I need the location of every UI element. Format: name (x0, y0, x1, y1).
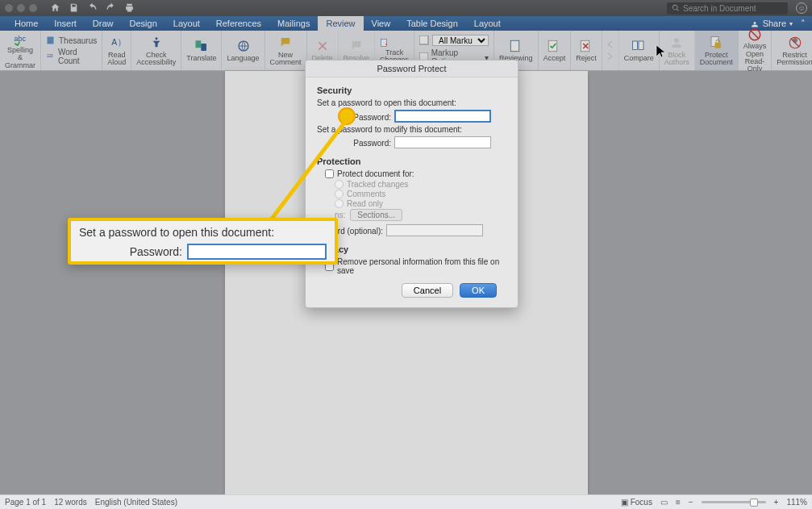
accessibility-icon (148, 35, 164, 51)
search-input[interactable]: Search in Document (667, 2, 788, 15)
ribbon-collapse-icon[interactable]: ˄ (801, 19, 806, 29)
read-aloud-label: Read Aloud (107, 52, 126, 67)
accept-button[interactable]: Accept (539, 31, 572, 70)
protect-document-checkbox[interactable] (325, 169, 334, 178)
page-indicator[interactable]: Page 1 of 1 (5, 498, 46, 507)
tab-references[interactable]: References (208, 16, 269, 31)
callout-password-input[interactable] (187, 244, 327, 260)
protect-document-button[interactable]: Protect Document (695, 31, 739, 70)
reject-button[interactable]: Reject (571, 31, 602, 70)
tab-mailings[interactable]: Mailings (269, 16, 318, 31)
svg-rect-9 (419, 35, 428, 44)
tab-draw[interactable]: Draw (85, 16, 122, 31)
translate-label: Translate (186, 55, 216, 62)
next-change-icon (606, 52, 615, 61)
new-comment-label: New Comment (270, 52, 302, 67)
svg-rect-15 (639, 41, 643, 50)
readonly-radio (335, 199, 344, 208)
view-print-icon[interactable]: ▭ (660, 498, 668, 507)
tab-layout2[interactable]: Layout (466, 16, 509, 31)
chevron-down-icon: ▾ (789, 20, 793, 27)
zoom-in-button[interactable]: + (774, 498, 779, 507)
ribbon-tabs: Home Insert Draw Design Layout Reference… (0, 16, 812, 31)
translate-button[interactable]: Translate (181, 31, 222, 70)
zoom-level[interactable]: 111% (786, 498, 807, 507)
window-controls (5, 4, 37, 12)
modify-password-label: Password: (317, 139, 391, 148)
word-count-indicator[interactable]: 12 words (54, 498, 87, 507)
language-button[interactable]: Language (222, 31, 264, 70)
read-aloud-button[interactable]: A Read Aloud (102, 31, 131, 70)
tab-view[interactable]: View (364, 16, 399, 31)
tracked-changes-radio (335, 180, 344, 189)
focus-mode-button[interactable]: ▣ Focus (621, 498, 652, 507)
tab-design[interactable]: Design (122, 16, 165, 31)
modify-password-prompt: Set a password to modify this document: (317, 125, 506, 134)
delete-icon (314, 38, 331, 54)
protect-document-icon (708, 35, 724, 51)
redo-icon[interactable] (106, 2, 116, 15)
restrict-permission-button[interactable]: Restrict Permission (772, 31, 812, 70)
minimize-dot-icon[interactable] (17, 4, 25, 12)
tab-review[interactable]: Review (318, 16, 363, 31)
sections-button: Sections... (350, 209, 402, 221)
search-icon (672, 4, 680, 12)
new-comment-button[interactable]: New Comment (265, 31, 307, 70)
language-icon (235, 38, 252, 54)
tab-tabledesign[interactable]: Table Design (398, 16, 466, 31)
callout-panel: Set a password to open this document: Pa… (68, 218, 338, 265)
readonly-icon (747, 27, 763, 42)
spelling-grammar-label: Spelling & Grammar (5, 47, 35, 69)
close-dot-icon[interactable] (5, 4, 13, 12)
cancel-button[interactable]: Cancel (402, 283, 453, 298)
nav-changes-group (602, 31, 619, 70)
compare-icon (631, 38, 647, 54)
svg-point-4 (155, 37, 157, 40)
svg-rect-6 (201, 44, 206, 51)
reject-icon (578, 38, 594, 54)
tab-layout[interactable]: Layout (165, 16, 208, 31)
restrict-icon (787, 35, 803, 51)
new-comment-icon (277, 35, 294, 51)
tab-home[interactable]: Home (6, 16, 46, 31)
callout-prompt: Set a password to open this document: (79, 226, 327, 239)
save-icon[interactable] (69, 2, 79, 15)
spelling-grammar-button[interactable]: abc Spelling & Grammar (0, 31, 41, 70)
language-label: Language (227, 55, 259, 62)
language-indicator[interactable]: English (United States) (95, 498, 177, 507)
accessibility-label: Check Accessibility (136, 52, 176, 67)
svg-rect-14 (633, 41, 638, 50)
check-accessibility-button[interactable]: Check Accessibility (131, 31, 181, 70)
protection-heading: Protection (317, 156, 506, 166)
modify-password-input[interactable] (394, 136, 491, 148)
svg-text:123: 123 (47, 54, 53, 58)
open-password-input[interactable] (394, 110, 491, 123)
ok-button[interactable]: OK (460, 283, 497, 298)
svg-rect-12 (549, 41, 558, 52)
callout-marker-icon (338, 107, 356, 125)
feedback-icon[interactable]: ☺ (796, 2, 807, 14)
trackchanges-icon (380, 38, 389, 48)
undo-icon[interactable] (87, 2, 98, 15)
svg-rect-11 (510, 41, 519, 52)
markup-select[interactable]: All Markup (432, 35, 489, 46)
svg-rect-8 (381, 39, 387, 46)
zoom-slider[interactable] (702, 501, 766, 503)
proofing-group: Thesaurus 123Word Count (41, 31, 102, 70)
home-icon[interactable] (50, 2, 60, 15)
svg-text:abc: abc (15, 35, 27, 43)
search-placeholder: Search in Document (683, 4, 756, 13)
print-icon[interactable] (124, 2, 135, 15)
zoom-out-button[interactable]: − (689, 498, 693, 507)
wordcount-button[interactable]: 123Word Count (46, 47, 97, 66)
view-web-icon[interactable]: ≡ (676, 498, 681, 507)
accept-icon (546, 38, 562, 54)
tab-insert[interactable]: Insert (46, 16, 85, 31)
open-password-prompt: Set a password to open this document: (317, 98, 506, 107)
prev-change-icon (606, 40, 615, 49)
thesaurus-button[interactable]: Thesaurus (46, 35, 97, 46)
always-readonly-button[interactable]: Always Open Read-Only (739, 31, 772, 70)
share-button[interactable]: Share (763, 19, 786, 28)
zoom-dot-icon[interactable] (29, 4, 37, 12)
compare-button[interactable]: Compare (619, 31, 660, 70)
